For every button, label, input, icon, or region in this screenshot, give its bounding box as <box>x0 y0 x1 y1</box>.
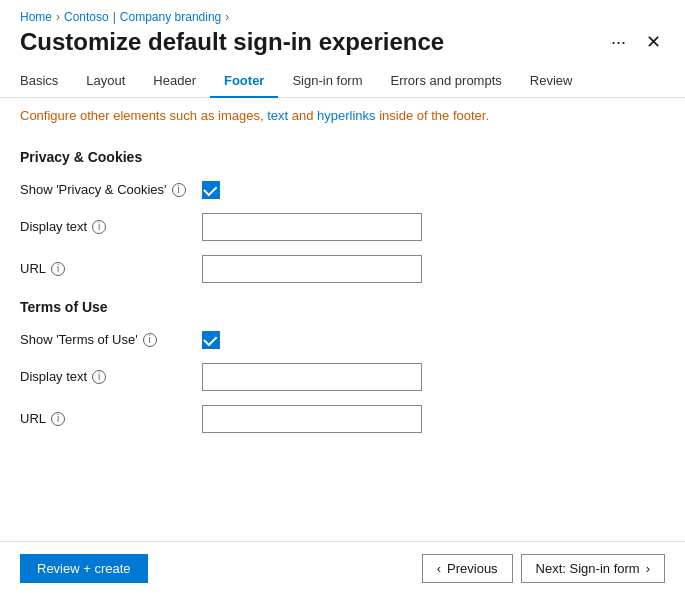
tab-errors-prompts[interactable]: Errors and prompts <box>377 65 516 98</box>
review-create-button[interactable]: Review + create <box>20 554 148 583</box>
breadcrumb-company-branding[interactable]: Company branding <box>120 10 221 24</box>
info-banner: Configure other elements such as images,… <box>0 98 685 133</box>
breadcrumb-home[interactable]: Home <box>20 10 52 24</box>
privacy-display-text-info-icon[interactable]: i <box>92 220 106 234</box>
breadcrumb: Home › Contoso | Company branding › <box>0 0 685 28</box>
privacy-display-text-label: Display text i <box>20 219 190 234</box>
privacy-url-label: URL i <box>20 261 190 276</box>
footer-bar: Review + create ‹ Previous Next: Sign-in… <box>0 541 685 595</box>
next-chevron-icon: › <box>646 561 650 576</box>
previous-button[interactable]: ‹ Previous <box>422 554 513 583</box>
terms-display-text-row: Display text i <box>20 363 665 391</box>
show-privacy-checkbox-wrapper <box>202 181 220 199</box>
privacy-url-input[interactable] <box>202 255 422 283</box>
next-button[interactable]: Next: Sign-in form › <box>521 554 665 583</box>
page-wrapper: Home › Contoso | Company branding › Cust… <box>0 0 685 595</box>
info-text-after: inside of the footer. <box>376 108 489 123</box>
footer-right: ‹ Previous Next: Sign-in form › <box>422 554 665 583</box>
terms-of-use-title: Terms of Use <box>20 299 665 315</box>
show-privacy-row: Show 'Privacy & Cookies' i <box>20 181 665 199</box>
terms-url-label: URL i <box>20 411 190 426</box>
privacy-url-row: URL i <box>20 255 665 283</box>
show-terms-checkbox[interactable] <box>202 331 220 349</box>
terms-display-text-label: Display text i <box>20 369 190 384</box>
header-actions: ··· ✕ <box>607 29 665 55</box>
show-privacy-label: Show 'Privacy & Cookies' i <box>20 182 190 197</box>
tab-footer[interactable]: Footer <box>210 65 278 98</box>
show-terms-label: Show 'Terms of Use' i <box>20 332 190 347</box>
tab-header[interactable]: Header <box>139 65 210 98</box>
info-text-middle: and <box>288 108 317 123</box>
show-privacy-checkbox[interactable] <box>202 181 220 199</box>
breadcrumb-chevron-2: › <box>225 10 229 24</box>
content-area: Privacy & Cookies Show 'Privacy & Cookie… <box>0 133 685 541</box>
next-label: Next: Sign-in form <box>536 561 640 576</box>
privacy-display-text-row: Display text i <box>20 213 665 241</box>
info-link-text[interactable]: text <box>267 108 288 123</box>
terms-url-row: URL i <box>20 405 665 433</box>
show-terms-row: Show 'Terms of Use' i <box>20 331 665 349</box>
close-button[interactable]: ✕ <box>642 29 665 55</box>
breadcrumb-chevron-1: › <box>56 10 60 24</box>
previous-chevron-icon: ‹ <box>437 561 441 576</box>
show-privacy-info-icon[interactable]: i <box>172 183 186 197</box>
tabs-nav: Basics Layout Header Footer Sign-in form… <box>0 65 685 98</box>
tab-signin-form[interactable]: Sign-in form <box>278 65 376 98</box>
ellipsis-button[interactable]: ··· <box>607 29 630 55</box>
breadcrumb-separator: | <box>113 10 116 24</box>
terms-of-use-section: Terms of Use Show 'Terms of Use' i Displ… <box>20 299 665 433</box>
breadcrumb-contoso[interactable]: Contoso <box>64 10 109 24</box>
tab-layout[interactable]: Layout <box>72 65 139 98</box>
show-terms-checkbox-wrapper <box>202 331 220 349</box>
page-title: Customize default sign-in experience <box>20 28 444 57</box>
tab-basics[interactable]: Basics <box>20 65 72 98</box>
previous-label: Previous <box>447 561 498 576</box>
terms-url-input[interactable] <box>202 405 422 433</box>
terms-display-text-input[interactable] <box>202 363 422 391</box>
header-row: Customize default sign-in experience ···… <box>0 28 685 65</box>
tab-review[interactable]: Review <box>516 65 587 98</box>
info-text-before: Configure other elements such as images, <box>20 108 267 123</box>
privacy-cookies-title: Privacy & Cookies <box>20 149 665 165</box>
terms-display-text-info-icon[interactable]: i <box>92 370 106 384</box>
privacy-cookies-section: Privacy & Cookies Show 'Privacy & Cookie… <box>20 149 665 283</box>
info-link-hyperlinks[interactable]: hyperlinks <box>317 108 376 123</box>
show-terms-info-icon[interactable]: i <box>143 333 157 347</box>
terms-url-info-icon[interactable]: i <box>51 412 65 426</box>
privacy-url-info-icon[interactable]: i <box>51 262 65 276</box>
privacy-display-text-input[interactable] <box>202 213 422 241</box>
